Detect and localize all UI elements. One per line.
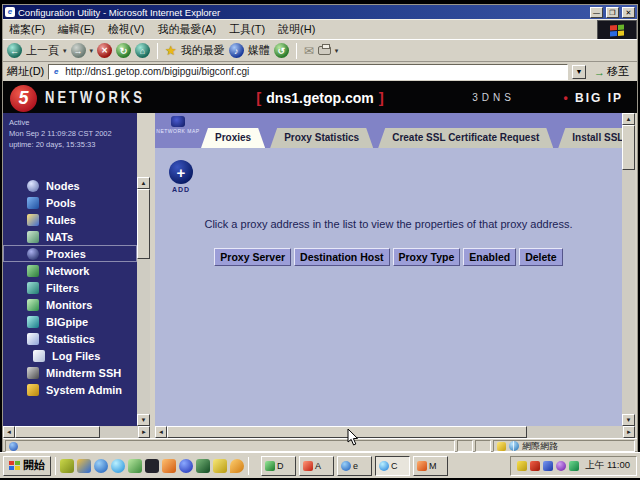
close-button[interactable]: ✕: [622, 7, 635, 18]
favorites-icon[interactable]: ★: [165, 43, 177, 58]
menu-edit[interactable]: 編輯(E): [58, 22, 95, 37]
sidebar-item-pools[interactable]: Pools: [3, 194, 137, 211]
sidebar-item-filters[interactable]: Filters: [3, 279, 137, 296]
column-header-enabled[interactable]: Enabled: [463, 248, 516, 266]
sidebar-item-system-admin[interactable]: System Admin: [3, 381, 137, 398]
go-button[interactable]: → 移至: [590, 64, 633, 80]
tab-install-ssl-certificate[interactable]: Install SSL Certif: [558, 128, 622, 148]
ie-window-icon: e: [5, 7, 15, 17]
scroll-up-icon[interactable]: ▲: [137, 177, 150, 189]
menu-view[interactable]: 檢視(V): [108, 22, 145, 37]
quicklaunch-icon[interactable]: [111, 459, 125, 473]
nats-icon: [27, 231, 39, 243]
filters-icon: [27, 282, 39, 294]
task-button-active[interactable]: C: [375, 456, 410, 476]
task-button[interactable]: A: [299, 456, 334, 476]
scrollbar-thumb[interactable]: [15, 426, 100, 438]
tab-proxies[interactable]: Proxies: [201, 128, 265, 148]
taskbar-clock[interactable]: 上午 11:00: [585, 459, 630, 472]
forward-icon[interactable]: [71, 43, 86, 58]
scroll-down-icon[interactable]: ▼: [622, 414, 635, 426]
scroll-up-icon[interactable]: ▲: [622, 113, 635, 125]
column-header-proxy-server[interactable]: Proxy Server: [214, 248, 291, 266]
scroll-left-icon[interactable]: ◄: [3, 426, 15, 438]
menu-help[interactable]: 說明(H): [278, 22, 315, 37]
tab-proxy-statistics[interactable]: Proxy Statistics: [270, 128, 373, 148]
favorites-label[interactable]: 我的最愛: [181, 43, 225, 58]
add-button[interactable]: +: [169, 160, 193, 184]
sidebar-item-monitors[interactable]: Monitors: [3, 296, 137, 313]
sidebar-item-nodes[interactable]: Nodes: [3, 177, 137, 194]
sidebar-item-label: System Admin: [46, 384, 122, 396]
history-icon[interactable]: [274, 43, 289, 58]
minimize-button[interactable]: —: [590, 7, 603, 18]
quicklaunch-icon[interactable]: [128, 459, 142, 473]
tray-icon[interactable]: [530, 461, 540, 471]
tray-icon[interactable]: [556, 461, 566, 471]
scroll-down-icon[interactable]: ▼: [137, 414, 150, 426]
menu-file[interactable]: 檔案(F): [9, 22, 45, 37]
task-button[interactable]: D: [261, 456, 296, 476]
print-icon[interactable]: [318, 46, 331, 55]
menu-tools[interactable]: 工具(T): [229, 22, 265, 37]
home-icon[interactable]: [135, 43, 150, 58]
f5-logo-icon: 5: [10, 85, 37, 112]
quicklaunch-icon[interactable]: [213, 459, 227, 473]
quicklaunch-icon[interactable]: [77, 459, 91, 473]
sidebar-item-bigpipe[interactable]: BIGpipe: [3, 313, 137, 330]
media-icon[interactable]: [229, 43, 244, 58]
column-header-proxy-type[interactable]: Proxy Type: [393, 248, 461, 266]
url-text[interactable]: http://dns1.getop.com/bigipgui/bigconf.c…: [65, 66, 249, 77]
back-icon[interactable]: [7, 43, 22, 58]
sidebar-item-label: Filters: [46, 282, 79, 294]
sidebar-item-mindterm-ssh[interactable]: Mindterm SSH: [3, 364, 137, 381]
maximize-button[interactable]: ❐: [606, 7, 619, 18]
quicklaunch-icon[interactable]: [94, 459, 108, 473]
start-button[interactable]: 開始: [3, 456, 51, 476]
scroll-right-icon[interactable]: ►: [138, 426, 150, 438]
sidebar-item-label: Log Files: [52, 350, 100, 362]
status-state: Active: [9, 117, 137, 128]
scrollbar-thumb[interactable]: [622, 125, 635, 170]
ie-throbber: [597, 20, 637, 40]
tray-icon[interactable]: [543, 461, 553, 471]
tab-create-ssl-certificate-request[interactable]: Create SSL Certificate Request: [378, 128, 553, 148]
network-map-icon: [171, 116, 185, 127]
status-bar: 網際網路: [3, 438, 637, 453]
column-header-destination-host[interactable]: Destination Host: [294, 248, 389, 266]
address-input[interactable]: e http://dns1.getop.com/bigipgui/bigconf…: [48, 64, 568, 80]
menu-favorites[interactable]: 我的最愛(A): [157, 22, 216, 37]
scroll-left-icon[interactable]: ◄: [155, 426, 167, 438]
sidebar-item-proxies[interactable]: Proxies: [3, 245, 137, 262]
back-dropdown-icon[interactable]: ▾: [63, 47, 67, 55]
media-label[interactable]: 媒體: [248, 43, 270, 58]
zone-label: 網際網路: [522, 440, 558, 453]
network-map-button[interactable]: NETWORK MAP: [158, 116, 198, 146]
stop-icon[interactable]: [97, 43, 112, 58]
sidebar-item-log-files[interactable]: Log Files: [3, 347, 137, 364]
sidebar-item-nats[interactable]: NATs: [3, 228, 137, 245]
task-button[interactable]: e: [337, 456, 372, 476]
back-label[interactable]: 上一頁: [26, 43, 59, 58]
sidebar-item-network[interactable]: Network: [3, 262, 137, 279]
quicklaunch-icon[interactable]: [230, 459, 244, 473]
scrollbar-thumb[interactable]: [137, 189, 150, 259]
quicklaunch-icon[interactable]: [196, 459, 210, 473]
scroll-right-icon[interactable]: ►: [623, 426, 635, 438]
task-button[interactable]: M: [413, 456, 448, 476]
sidebar-item-statistics[interactable]: Statistics: [3, 330, 137, 347]
forward-dropdown-icon[interactable]: ▾: [90, 47, 94, 55]
address-dropdown-icon[interactable]: ▼: [572, 65, 586, 79]
sidebar-item-rules[interactable]: Rules: [3, 211, 137, 228]
tray-volume-icon[interactable]: [517, 461, 527, 471]
more-tools-icon[interactable]: ▾: [335, 47, 339, 55]
tray-icon[interactable]: [569, 461, 579, 471]
quicklaunch-icon[interactable]: [179, 459, 193, 473]
refresh-icon[interactable]: [116, 43, 131, 58]
mail-icon[interactable]: ✉: [304, 44, 314, 58]
window-title: Configuration Utility - Microsoft Intern…: [18, 7, 587, 18]
quicklaunch-icon[interactable]: [162, 459, 176, 473]
column-header-delete[interactable]: Delete: [519, 248, 563, 266]
quicklaunch-icon[interactable]: [60, 459, 74, 473]
quicklaunch-icon[interactable]: [145, 459, 159, 473]
